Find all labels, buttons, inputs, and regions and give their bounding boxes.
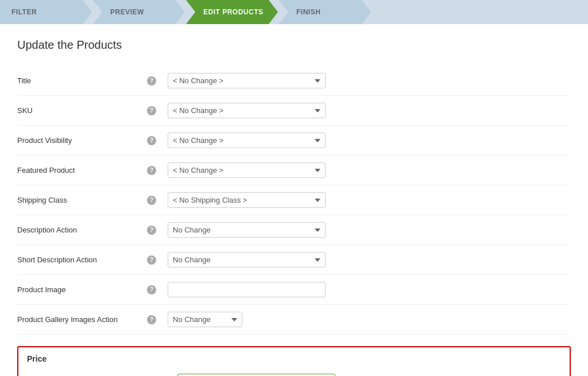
wizard-step-finish[interactable]: FINISH (279, 0, 371, 24)
field-label-shipping-class: Shipping Class (17, 196, 144, 204)
form-row-short-description-action: Short Description Action ? No Change (17, 245, 571, 275)
wizard-step-edit-products[interactable]: EDIT PRODUCTS (186, 0, 278, 24)
form-row-description-action: Description Action ? No Change (17, 215, 571, 245)
form-row-sku: SKU ? < No Change > (17, 96, 571, 126)
shipping-class-select[interactable]: < No Shipping Class > (168, 192, 326, 208)
description-action-select[interactable]: No Change (168, 222, 326, 238)
form-row-shipping-class: Shipping Class ? < No Shipping Class > (17, 185, 571, 215)
help-icon-description-action[interactable]: ? (147, 226, 156, 235)
field-label-product-gallery: Product Gallery Images Action (17, 315, 144, 324)
price-section-title: Price (27, 347, 561, 368)
product-image-control (168, 282, 326, 297)
short-description-action-control: No Change (168, 252, 326, 268)
sku-select[interactable]: < No Change > (168, 103, 326, 118)
product-image-input[interactable] (168, 282, 326, 297)
price-section: Price Regular Price ? < No Change > Sale… (17, 346, 571, 376)
sku-control: < No Change > (168, 103, 326, 118)
form-row-product-visibility: Product Visibility ? < No Change > (17, 126, 571, 156)
wizard-bar: FILTER PREVIEW EDIT PRODUCTS FINISH (0, 0, 588, 24)
product-visibility-select[interactable]: < No Change > (168, 133, 326, 148)
regular-price-select[interactable]: < No Change > (177, 374, 335, 376)
help-icon-sku[interactable]: ? (147, 106, 156, 115)
title-control: < No Change > (168, 73, 326, 88)
short-description-action-select[interactable]: No Change (168, 252, 326, 268)
help-icon-title[interactable]: ? (147, 76, 156, 86)
field-label-sku: SKU (17, 106, 144, 115)
form-row-title: Title ? < No Change > (17, 66, 571, 96)
featured-product-control: < No Change > (168, 162, 326, 178)
product-gallery-control: No Change (168, 312, 326, 327)
help-icon-shipping-class[interactable]: ? (147, 196, 156, 205)
form-row-product-image: Product Image ? (17, 275, 571, 305)
featured-product-select[interactable]: < No Change > (168, 162, 326, 178)
field-label-title: Title (17, 76, 144, 85)
main-content: Update the Products Title ? < No Change … (0, 24, 588, 376)
wizard-step-preview[interactable]: PREVIEW (93, 0, 185, 24)
field-label-description-action: Description Action (17, 226, 144, 234)
field-label-featured-product: Featured Product (17, 166, 144, 175)
title-select[interactable]: < No Change > (168, 73, 326, 88)
help-icon-product-visibility[interactable]: ? (147, 136, 156, 145)
help-icon-product-image[interactable]: ? (147, 285, 156, 294)
page-title: Update the Products (17, 38, 571, 52)
form-row-product-gallery: Product Gallery Images Action ? No Chang… (17, 305, 571, 335)
product-gallery-select[interactable]: No Change (168, 312, 242, 327)
help-icon-short-description-action[interactable]: ? (147, 255, 156, 265)
field-label-product-visibility: Product Visibility (17, 136, 144, 145)
help-icon-featured-product[interactable]: ? (147, 166, 156, 175)
form-row-regular-price: Regular Price ? < No Change > (27, 368, 561, 376)
field-label-short-description-action: Short Description Action (17, 255, 144, 264)
help-icon-product-gallery[interactable]: ? (147, 315, 156, 324)
shipping-class-control: < No Shipping Class > (168, 192, 326, 208)
field-label-product-image: Product Image (17, 285, 144, 294)
form-row-featured-product: Featured Product ? < No Change > (17, 156, 571, 185)
regular-price-control: < No Change > (177, 374, 335, 376)
product-visibility-control: < No Change > (168, 133, 326, 148)
wizard-step-filter[interactable]: FILTER (0, 0, 92, 24)
description-action-control: No Change (168, 222, 326, 238)
